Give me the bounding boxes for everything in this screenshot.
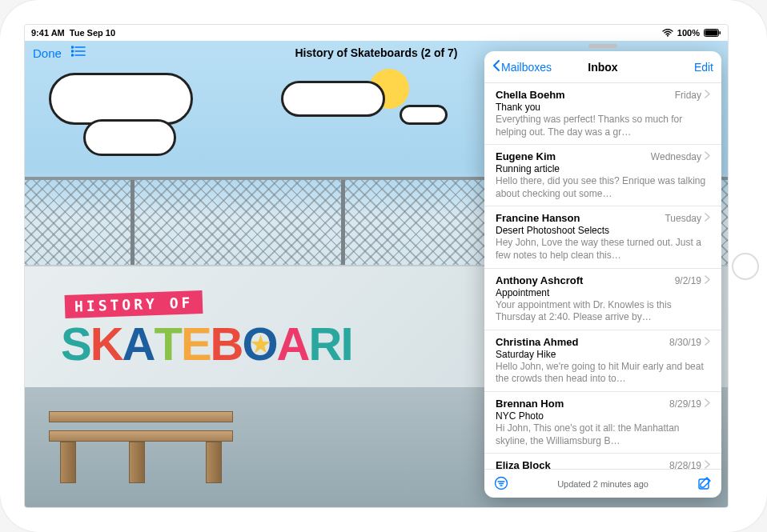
cloud-illustration — [400, 105, 448, 125]
mail-date: 8/30/19 — [669, 337, 710, 348]
mail-sender: Francine Hanson — [496, 212, 580, 224]
battery-icon — [704, 29, 721, 37]
mail-sender: Eliza Block — [496, 459, 551, 469]
mail-preview: Everything was perfect! Thanks so much f… — [496, 114, 710, 138]
mail-status: Updated 2 minutes ago — [557, 479, 649, 489]
mail-preview: Hello there, did you see this? Enrique w… — [496, 175, 710, 200]
slideover-grabber[interactable] — [588, 44, 617, 48]
done-button[interactable]: Done — [33, 46, 62, 60]
mail-row[interactable]: Eugene Kim Wednesday Running article Hel… — [484, 145, 721, 206]
mail-sender: Chella Boehm — [496, 89, 565, 101]
svg-rect-8 — [705, 30, 718, 36]
filter-icon[interactable] — [494, 476, 508, 492]
mail-subject: Saturday Hike — [496, 349, 710, 360]
mail-sender: Brennan Hom — [496, 398, 564, 410]
mail-preview: Your appointment with Dr. Knowles is thi… — [496, 299, 710, 324]
mail-row[interactable]: Eliza Block 8/28/19 Team outing success … — [484, 454, 721, 469]
svg-point-3 — [71, 46, 73, 48]
mail-row[interactable]: Christina Ahmed 8/30/19 Saturday Hike He… — [484, 330, 721, 392]
mail-toolbar: Updated 2 minutes ago — [484, 469, 721, 498]
mail-sender: Christina Ahmed — [496, 336, 579, 348]
mail-slideover: Mailboxes Inbox Edit Chella Boehm Friday… — [484, 51, 721, 498]
mail-subject: Running article — [496, 163, 710, 174]
chevron-right-icon — [705, 460, 710, 469]
mail-sender: Eugene Kim — [496, 150, 556, 162]
page-title: History of Skateboards (2 of 7) — [295, 46, 457, 59]
status-time: 9:41 AM — [31, 28, 65, 38]
mail-date: Tuesday — [665, 213, 710, 224]
mail-row[interactable]: Francine Hanson Tuesday Desert Photoshoo… — [484, 206, 721, 268]
status-date: Tue Sep 10 — [70, 28, 115, 38]
ipad-device-frame: HISTORY OF SKATEBOARI Done His — [0, 0, 767, 532]
pallet-illustration — [49, 411, 233, 483]
chevron-right-icon — [705, 90, 710, 101]
cloud-illustration — [49, 73, 193, 125]
chevron-right-icon — [705, 337, 710, 348]
banner-title: HISTORY OF — [65, 290, 203, 318]
mail-preview: Hello John, we're going to hit Muir earl… — [496, 361, 710, 386]
skateboard-lettering: SKATEBOARI — [61, 317, 352, 370]
mail-nav-bar: Mailboxes Inbox Edit — [484, 51, 721, 83]
mail-row[interactable]: Brennan Hom 8/29/19 NYC Photo Hi John, T… — [484, 392, 721, 454]
mailboxes-back-button[interactable]: Mailboxes — [492, 59, 552, 74]
screen: HISTORY OF SKATEBOARI Done His — [24, 24, 729, 508]
chevron-right-icon — [705, 213, 710, 224]
mail-subject: Desert Photoshoot Selects — [496, 225, 710, 236]
svg-point-5 — [71, 54, 73, 56]
chevron-right-icon — [705, 275, 710, 286]
mail-date: 8/28/19 — [669, 460, 710, 469]
mail-preview: Hey John, Love the way these turned out.… — [496, 237, 710, 262]
status-bar: 9:41 AM Tue Sep 10 100% — [25, 25, 728, 41]
chevron-left-icon — [492, 59, 500, 74]
mail-title: Inbox — [588, 61, 617, 74]
mail-date: Wednesday — [651, 151, 710, 162]
mail-preview: Hi John, This one's got it all: the Manh… — [496, 422, 710, 447]
svg-point-6 — [667, 35, 669, 37]
mail-sender: Anthony Ashcroft — [496, 274, 583, 286]
mail-row[interactable]: Chella Boehm Friday Thank you Everything… — [484, 83, 721, 145]
chevron-right-icon — [705, 398, 710, 410]
chevron-right-icon — [705, 151, 710, 162]
battery-percent: 100% — [677, 28, 700, 38]
svg-rect-9 — [720, 31, 721, 34]
cloud-illustration — [281, 81, 385, 117]
mail-date: 9/2/19 — [675, 275, 710, 286]
mail-subject: Appointment — [496, 287, 710, 298]
mail-subject: Thank you — [496, 102, 710, 113]
mail-edit-button[interactable]: Edit — [694, 61, 713, 74]
mail-subject: NYC Photo — [496, 410, 710, 422]
wifi-icon — [662, 29, 673, 37]
mail-date: Friday — [675, 90, 710, 101]
mail-date: 8/29/19 — [669, 398, 710, 410]
compose-icon[interactable] — [697, 476, 712, 492]
contents-icon[interactable] — [71, 46, 86, 60]
home-button[interactable] — [732, 253, 759, 280]
mail-list[interactable]: Chella Boehm Friday Thank you Everything… — [484, 83, 721, 469]
svg-point-4 — [71, 50, 73, 52]
mailboxes-back-label: Mailboxes — [501, 61, 552, 74]
mail-row[interactable]: Anthony Ashcroft 9/2/19 Appointment Your… — [484, 269, 721, 330]
